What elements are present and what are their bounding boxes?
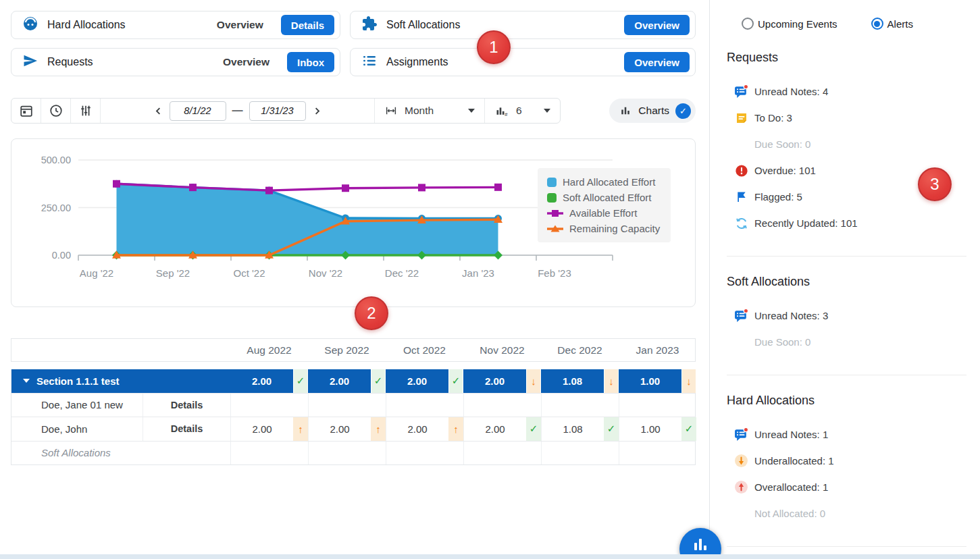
status-empty-cell — [604, 394, 619, 417]
status-empty-cell — [448, 442, 463, 465]
month-column-header: Nov 2022 — [463, 344, 541, 356]
status-empty-cell — [681, 394, 696, 417]
interval-dropdown[interactable]: Month — [375, 99, 485, 123]
status-ok-icon: ✓ — [293, 369, 308, 393]
card-title: Hard Allocations — [47, 19, 217, 31]
allocation-value-cell: 2.00 — [230, 369, 293, 393]
status-up-icon: ↑ — [371, 417, 386, 441]
month-column-header: Aug 2022 — [230, 344, 308, 356]
legend-marker — [547, 224, 563, 234]
row-label: Doe, John — [11, 417, 143, 441]
legend-label: Remaining Capacity — [569, 223, 660, 234]
svg-text:Jan '23: Jan '23 — [462, 267, 494, 279]
status-down-icon: ↓ — [526, 369, 541, 393]
unread-notes-icon — [734, 309, 748, 323]
allocation-value-cell — [230, 442, 293, 465]
sync-icon — [734, 216, 748, 230]
flag-icon — [734, 190, 748, 204]
svg-text:250.00: 250.00 — [41, 203, 71, 213]
filter-settings-button[interactable] — [71, 99, 101, 123]
date-to-input[interactable] — [249, 101, 306, 121]
legend-swatch — [547, 178, 557, 187]
hard-allocations-icon — [22, 16, 38, 34]
alert-item-underallocated[interactable]: Underallocated: 1 — [727, 448, 966, 474]
legend-item: Remaining Capacity — [547, 223, 660, 234]
section-title: Requests — [727, 51, 966, 65]
allocation-value-cell: 1.00 — [619, 369, 681, 393]
clock-button[interactable] — [41, 99, 71, 123]
alert-item-unread-notes[interactable]: Unread Notes: 4 — [727, 78, 966, 105]
alert-item-unread-notes[interactable]: Unread Notes: 3 — [727, 302, 966, 329]
alerts-radio[interactable]: Alerts — [871, 18, 913, 30]
alert-item-unread-notes[interactable]: Unread Notes: 1 — [727, 421, 966, 448]
alert-item-to-do[interactable]: To Do: 3 — [727, 105, 966, 131]
nav-cards: Hard Allocations Overview Details Soft A… — [11, 11, 696, 76]
allocation-value-cell — [541, 394, 604, 417]
allocation-value-cell — [619, 394, 681, 417]
svg-text:Feb '23: Feb '23 — [538, 267, 571, 279]
status-ok-icon: ✓ — [526, 417, 541, 441]
details-button[interactable]: Details — [281, 15, 334, 35]
allocation-value-cell: 1.00 — [619, 417, 681, 441]
status-down-icon: ↓ — [604, 369, 619, 393]
period-count-dropdown[interactable]: # 6 — [485, 99, 560, 123]
status-empty-cell — [604, 442, 619, 465]
bar-count-icon: # — [494, 104, 509, 117]
alert-item-recently-updated[interactable]: Recently Updated: 101 — [727, 210, 966, 236]
card-hard-allocations: Hard Allocations Overview Details — [11, 11, 340, 39]
svg-text:Nov '22: Nov '22 — [309, 267, 342, 279]
bar-chart-icon — [620, 105, 632, 117]
charts-toggle[interactable]: Charts ✓ — [609, 99, 696, 123]
alert-item-label: Unread Notes: 4 — [754, 86, 828, 97]
chart-toolbar: — Month # 6 Charts ✓ — [11, 98, 696, 124]
radio-label: Upcoming Events — [758, 18, 837, 30]
overview-button[interactable]: Overview — [624, 52, 690, 72]
table-row-person: Doe, Jane 01 newDetails — [11, 394, 695, 418]
legend-label: Hard Allocated Effort — [563, 176, 655, 188]
allocation-value-cell: 1.08 — [541, 417, 604, 441]
next-period-chevron[interactable] — [312, 106, 322, 116]
allocation-value-cell: 2.00 — [386, 417, 448, 441]
collapse-caret-icon[interactable] — [23, 379, 30, 383]
calendar-button[interactable] — [11, 99, 41, 123]
sidebar-section-hard-allocations: Hard AllocationsUnread Notes: 1Underallo… — [727, 375, 966, 547]
legend-item: Hard Allocated Effort — [547, 176, 660, 188]
alert-item-label: Due Soon: 0 — [754, 336, 810, 348]
sidebar-section-requests: RequestsUnread Notes: 4To Do: 3Due Soon:… — [727, 32, 966, 257]
alert-item-label: Unread Notes: 3 — [754, 310, 828, 321]
upcoming-events-radio[interactable]: Upcoming Events — [742, 18, 837, 30]
legend-item: Soft Allocated Effort — [547, 192, 660, 203]
radio-label: Alerts — [887, 18, 913, 30]
legend-item: Available Effort — [547, 207, 660, 219]
overview-button[interactable]: Overview — [624, 15, 690, 35]
alert-item-overallocated[interactable]: Overallocated: 1 — [727, 474, 966, 500]
status-ok-icon: ✓ — [371, 369, 386, 393]
details-link[interactable]: Details — [143, 394, 230, 417]
allocation-value-cell: 2.00 — [386, 369, 448, 393]
card-title: Soft Allocations — [386, 19, 624, 31]
row-label[interactable]: Section 1.1.1 test — [11, 369, 230, 393]
prev-period-chevron[interactable] — [153, 106, 163, 116]
allocation-value-cell: 1.08 — [541, 369, 604, 393]
allocation-table: Aug 2022Sep 2022Oct 2022Nov 2022Dec 2022… — [11, 338, 696, 465]
svg-text:Oct '22: Oct '22 — [233, 267, 265, 279]
status-empty-cell — [293, 442, 308, 465]
alert-item-label: Underallocated: 1 — [754, 455, 834, 467]
overdue-icon — [734, 163, 748, 178]
svg-text:0.00: 0.00 — [52, 250, 71, 261]
overview-link[interactable]: Overview — [223, 56, 269, 68]
svg-text:Dec '22: Dec '22 — [385, 267, 419, 279]
annotation-callout-3: 3 — [918, 167, 952, 201]
date-from-input[interactable] — [170, 101, 226, 121]
legend-label: Soft Allocated Effort — [563, 192, 651, 203]
overallocated-icon — [734, 480, 748, 494]
inbox-button[interactable]: Inbox — [287, 52, 334, 72]
row-label: Doe, Jane 01 new — [11, 394, 143, 417]
overview-link[interactable]: Overview — [217, 19, 263, 31]
details-link[interactable]: Details — [143, 417, 230, 441]
month-column-header: Sep 2022 — [308, 344, 386, 356]
alert-item-label: Overallocated: 1 — [754, 481, 828, 493]
radio-icon — [871, 18, 883, 30]
bottom-edge-strip — [0, 554, 980, 559]
allocation-value-cell — [386, 442, 448, 465]
